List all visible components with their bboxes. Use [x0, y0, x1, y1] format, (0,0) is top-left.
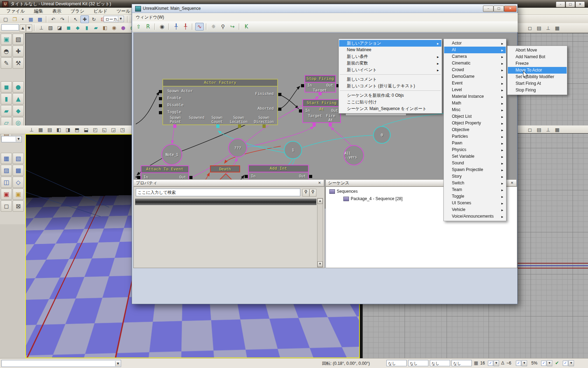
status-combo[interactable]: なし — [430, 360, 450, 366]
node-variable[interactable]: Spawn Direction — [253, 115, 275, 124]
output-connector[interactable] — [278, 108, 281, 111]
brush-curved-stair-button[interactable]: ◆ — [13, 105, 24, 116]
menu-item[interactable]: Cinematic — [444, 60, 506, 67]
node-output[interactable]: Aborted — [258, 107, 274, 111]
menu-item[interactable]: Material Instance — [444, 93, 506, 100]
brush-cube-button[interactable]: ◼ — [1, 81, 12, 93]
input-connector[interactable] — [299, 109, 302, 113]
node-output[interactable]: Out — [299, 174, 306, 178]
brush-cone-button[interactable]: ▲ — [13, 93, 24, 104]
menu-new-condition[interactable]: 新しい条件 — [339, 53, 441, 60]
rotate-tool[interactable]: ↻ — [90, 15, 98, 23]
kismet-node-stop-firing[interactable]: Stop Firing In Out Target — [304, 75, 336, 93]
maximize-viewport-icon[interactable]: ◻ — [526, 126, 534, 134]
builder-curved-stair[interactable]: ◪ — [55, 24, 64, 32]
input-connector[interactable] — [159, 90, 162, 93]
menu-item[interactable]: Team — [444, 186, 506, 193]
view-mode-icon[interactable]: ▤ — [535, 24, 543, 32]
builder-cone[interactable]: ◆ — [74, 24, 82, 32]
volume-joystick-icon[interactable]: ⊥ — [37, 24, 46, 32]
menu-new-variable[interactable]: 新規の変数 — [339, 60, 441, 67]
output-connector[interactable] — [278, 93, 281, 96]
scrollbar-vertical[interactable]: ▲ ▼ — [317, 198, 323, 267]
menu-bar-item[interactable]: ファイル — [2, 8, 29, 15]
viewport-options-icon[interactable]: ▣ — [1, 34, 12, 45]
input-connector[interactable] — [137, 176, 140, 179]
brush-staircase-button[interactable]: ▰ — [1, 105, 12, 116]
menu-item[interactable]: Set Visibility Modifier — [508, 74, 567, 80]
scale-snap-dropdown[interactable]: ▼ — [547, 360, 552, 366]
input-connector[interactable] — [159, 111, 162, 114]
node-input[interactable]: In — [305, 109, 310, 113]
menu-import-sequence[interactable]: シーケンス Main_Sequence をインポート — [339, 105, 441, 112]
menu-item[interactable]: Level — [444, 87, 506, 93]
joystick-icon[interactable]: ⊥ — [544, 126, 552, 134]
node-variable[interactable]: Spawned — [186, 115, 208, 120]
rotation-snap-checkbox[interactable]: ✓ — [516, 361, 521, 366]
drag-grid-checkbox[interactable]: ✓ — [488, 361, 493, 366]
add-special-brush-button[interactable]: ◇ — [13, 177, 24, 188]
kismet-node-start-firing-at[interactable]: Start Firing At In Out Target Fire At — [302, 99, 341, 123]
translate-widget-icon[interactable]: ✚ — [13, 46, 24, 57]
open-matinee-icon[interactable]: ↪ — [228, 23, 237, 30]
separator[interactable] — [192, 23, 193, 30]
coord-space-combo[interactable]: ローカル ▼ — [104, 16, 124, 22]
kismet-player-variable[interactable]: All ..yers — [344, 145, 364, 165]
menu-bar-item[interactable]: 表示 — [48, 8, 65, 15]
open-map-button[interactable]: ❐ — [10, 15, 19, 23]
wireframe-mode-icon[interactable]: ⬓ — [82, 126, 90, 134]
status-combo[interactable]: なし — [451, 360, 472, 366]
menu-item[interactable]: Misc — [444, 107, 506, 113]
csg-intersect-button[interactable]: ▨ — [1, 165, 12, 176]
menu-item[interactable]: Object List — [444, 113, 506, 120]
node-variable[interactable]: Spawn Point — [164, 115, 187, 124]
node-output[interactable]: Out — [331, 109, 338, 113]
node-variable[interactable]: Target — [308, 114, 322, 118]
snap-toggle-button[interactable]: ⊠ — [13, 200, 24, 212]
menu-item[interactable]: AI — [444, 47, 506, 53]
rotation-snap-dropdown[interactable]: ▼ — [522, 360, 527, 366]
autosave-checkbox[interactable]: ✓ — [563, 361, 568, 366]
chevron-down-icon[interactable]: ▼ — [16, 137, 21, 142]
hide-connectors-button[interactable]: ◉ — [158, 23, 166, 30]
menu-item[interactable]: Freeze — [508, 60, 567, 67]
close-button[interactable]: ✕ — [575, 1, 585, 7]
open-parent-sequence-button[interactable]: ⇧ — [134, 23, 143, 30]
scroll-down-icon[interactable]: ▼ — [26, 24, 32, 32]
search-input[interactable] — [136, 189, 300, 196]
kismet-title-bar[interactable]: UnrealKismet: Main_Sequence – □ ✕ — [132, 4, 517, 13]
csg-deintersect-button[interactable]: ▩ — [13, 165, 24, 176]
chevron-down-icon[interactable]: ▼ — [115, 361, 120, 366]
separator[interactable] — [239, 23, 240, 30]
menu-new-event[interactable]: 新しいイベント — [339, 67, 441, 73]
viewport-top-left[interactable] — [25, 33, 132, 126]
status-combo[interactable]: なし — [386, 360, 407, 366]
search-icon[interactable]: ⚲ — [302, 189, 309, 197]
menu-new-matinee[interactable]: New Matinee — [339, 47, 441, 53]
menu-bar-item[interactable]: ビルド — [89, 8, 112, 15]
maximize-viewport-icon[interactable]: ◻ — [526, 24, 534, 32]
cube-mode-icon[interactable]: ▧ — [13, 34, 24, 45]
kismet-node-actor-factory[interactable]: Actor Factory Spawn Actor Enable Disable… — [162, 79, 278, 125]
brush-cylinder-button[interactable]: ▮ — [1, 93, 12, 104]
menu-bar-item[interactable]: 編集 — [30, 8, 47, 15]
menu-item[interactable]: Stop Firing — [508, 87, 567, 94]
pen-tool-icon[interactable]: ✎ — [1, 57, 12, 69]
node-input[interactable]: Toggle — [167, 110, 181, 114]
add-volume-button[interactable]: ◫ — [1, 177, 12, 188]
kismet-minimize-button[interactable]: – — [483, 6, 493, 12]
input-connector[interactable] — [159, 104, 162, 107]
scroll-up-icon[interactable]: ▲ — [20, 24, 26, 32]
menu-item[interactable]: Toggle — [444, 193, 506, 200]
builder-cube-wire[interactable]: ▧ — [46, 24, 55, 32]
kismet-maximize-button[interactable]: □ — [493, 6, 504, 12]
menu-new-action[interactable]: 新しいアクション — [339, 40, 441, 47]
geometry-tool-icon[interactable]: ⚒ — [13, 57, 24, 69]
input-connector[interactable] — [301, 84, 304, 87]
curve-editor-button[interactable]: ∿ — [195, 23, 204, 30]
open-dropdown-icon[interactable]: ▾ — [20, 15, 26, 23]
menu-new-comment[interactable]: 新しいコメント — [339, 76, 441, 83]
variable-connector[interactable] — [216, 124, 219, 128]
builder-card[interactable]: ◧ — [101, 24, 109, 32]
separator[interactable] — [68, 16, 70, 23]
